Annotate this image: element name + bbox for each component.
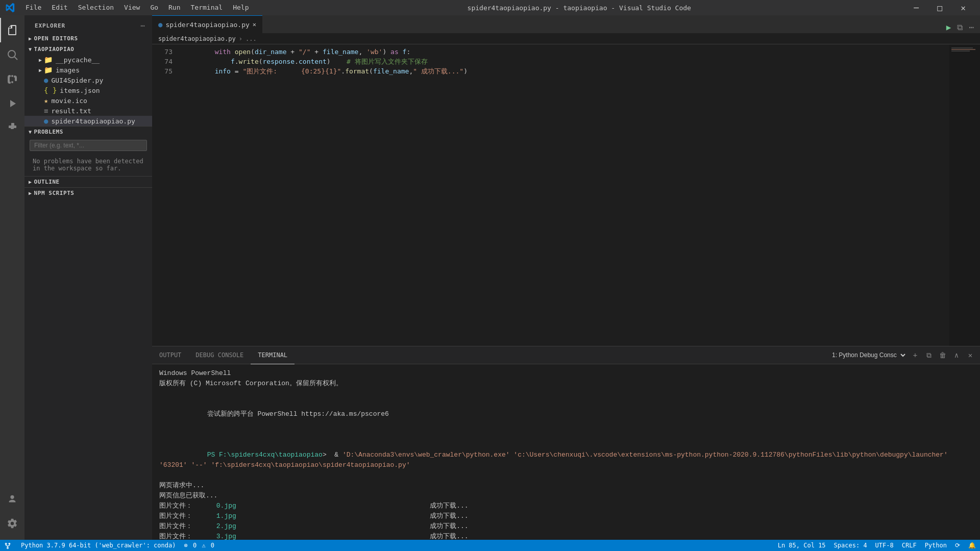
main-layout: EXPLORER ⋯ ▶ OPEN EDITORS ▼ TAOPIAOPIAO … xyxy=(0,15,980,540)
search-activity-icon[interactable] xyxy=(0,42,24,67)
status-errors[interactable]: ⊗ 0 ⚠ 0 xyxy=(180,540,218,551)
settings-activity-icon[interactable] xyxy=(0,511,24,536)
sidebar: EXPLORER ⋯ ▶ OPEN EDITORS ▼ TAOPIAOPIAO … xyxy=(24,15,152,540)
workspace-chevron: ▼ xyxy=(29,46,32,52)
menu-help[interactable]: Help xyxy=(228,0,254,15)
warning-icon: ⚠ xyxy=(202,542,205,549)
terminal-body[interactable]: Windows PowerShell 版权所有 (C) Microsoft Co… xyxy=(152,364,980,540)
split-terminal-button[interactable]: ⧉ xyxy=(923,349,935,361)
menu-terminal[interactable]: Terminal xyxy=(186,0,228,15)
output-tab[interactable]: OUTPUT xyxy=(152,346,188,364)
problems-message: No problems have been detected in the wo… xyxy=(24,154,152,176)
terminal-panel: OUTPUT DEBUG CONSOLE TERMINAL 1: Python … xyxy=(152,346,980,540)
extensions-activity-icon[interactable] xyxy=(0,116,24,140)
menu-run[interactable]: Run xyxy=(163,0,185,15)
status-sync-icon[interactable]: ⟳ xyxy=(951,540,964,551)
activity-bar xyxy=(0,15,24,540)
explorer-title: EXPLORER xyxy=(35,22,65,29)
terminal-line-7: 网页请求中... xyxy=(159,481,973,491)
open-editors-section[interactable]: ▶ OPEN EDITORS xyxy=(24,33,152,44)
images-chevron: ▶ xyxy=(39,67,42,73)
panel-tab-right-actions: 1: Python Debug Consc + ⧉ 🗑 ∧ ✕ xyxy=(828,349,980,361)
problems-section: ▼ PROBLEMS No problems have been detecte… xyxy=(24,126,152,176)
terminal-line-8: 网页信息已获取... xyxy=(159,491,973,501)
menu-go[interactable]: Go xyxy=(145,0,163,15)
active-tab[interactable]: ● spider4taopiaopiao.py ✕ xyxy=(152,15,262,33)
tab-close-button[interactable]: ✕ xyxy=(253,21,256,28)
split-editor-button[interactable]: ⧉ xyxy=(955,21,965,33)
file-result-txt[interactable]: ▶ ≡ result.txt xyxy=(24,106,152,116)
file-gui4spider[interactable]: ▶ ● GUI4Spider.py xyxy=(24,75,152,85)
tab-filename: spider4taopiaopiao.py xyxy=(165,21,249,29)
problems-section-title[interactable]: ▼ PROBLEMS xyxy=(24,127,152,137)
folder-icon: 📁 xyxy=(44,56,53,64)
open-editors-label: OPEN EDITORS xyxy=(34,35,78,42)
source-control-activity-icon[interactable] xyxy=(0,67,24,91)
maximize-panel-button[interactable]: ∧ xyxy=(951,349,962,361)
workspace-label: TAOPIAOPIAO xyxy=(34,46,75,53)
window-controls: ─ □ ✕ xyxy=(904,0,975,15)
outline-section-title[interactable]: ▶ OUTLINE xyxy=(24,177,152,187)
breadcrumb-file[interactable]: spider4taopiaopiao.py xyxy=(158,35,236,42)
close-panel-button[interactable]: ✕ xyxy=(965,349,976,361)
images-label: images xyxy=(56,66,80,74)
workspace-section[interactable]: ▼ TAOPIAOPIAO xyxy=(24,44,152,55)
file-spider4taopiaopiao[interactable]: ▶ ● spider4taopiaopiao.py xyxy=(24,116,152,126)
file-pycache[interactable]: ▶ 📁 __pycache__ xyxy=(24,55,152,65)
npm-section: ▶ NPM SCRIPTS xyxy=(24,187,152,198)
problems-label: PROBLEMS xyxy=(34,129,63,135)
menu-bar: File Edit Selection View Go Run Terminal… xyxy=(20,0,254,15)
debug-console-tab[interactable]: DEBUG CONSOLE xyxy=(188,346,251,364)
minimize-button[interactable]: ─ xyxy=(904,0,928,15)
menu-file[interactable]: File xyxy=(20,0,46,15)
explorer-activity-icon[interactable] xyxy=(0,18,24,42)
status-python-env[interactable]: Python 3.7.9 64-bit ('web_crawler': cond… xyxy=(17,540,180,551)
status-spaces[interactable]: Spaces: 4 xyxy=(830,540,871,551)
breadcrumb-rest[interactable]: ... xyxy=(246,35,257,42)
warning-count: 0 xyxy=(211,542,214,549)
status-ln-col[interactable]: Ln 85, Col 15 xyxy=(774,540,830,551)
error-count: 0 xyxy=(193,542,197,549)
menu-selection[interactable]: Selection xyxy=(73,0,119,15)
code-editor[interactable]: 73 74 75 with open(dir_name + "/" + file… xyxy=(152,44,980,346)
terminal-tab[interactable]: TERMINAL xyxy=(251,346,295,364)
delete-terminal-button[interactable]: 🗑 xyxy=(937,349,948,361)
run-file-button[interactable]: ▶ xyxy=(944,21,953,33)
file-images[interactable]: ▶ 📁 images xyxy=(24,65,152,75)
account-activity-icon[interactable] xyxy=(0,487,24,511)
gui4spider-icon: ● xyxy=(44,76,48,84)
line-numbers: 73 74 75 xyxy=(152,44,178,346)
editor-top-right-actions: ▶ ⧉ ⋯ xyxy=(940,21,980,33)
terminal-selector[interactable]: 1: Python Debug Consc xyxy=(828,350,907,360)
status-language[interactable]: Python xyxy=(921,540,951,551)
terminal-file-line: 图片文件： 0.jpg 成功下载... xyxy=(159,501,973,511)
menu-view[interactable]: View xyxy=(119,0,145,15)
tab-python-icon: ● xyxy=(158,20,162,29)
more-actions-button[interactable]: ⋯ xyxy=(967,21,976,33)
breadcrumb: spider4taopiaopiao.py › ... xyxy=(152,33,980,44)
result-txt-icon: ≡ xyxy=(44,107,48,115)
movie-label: movie.ico xyxy=(51,97,87,105)
terminal-line-5 xyxy=(159,430,973,440)
svg-line-1 xyxy=(15,57,18,60)
status-branch[interactable] xyxy=(0,540,17,551)
file-items-json[interactable]: ▶ { } items.json xyxy=(24,85,152,95)
code-content[interactable]: with open(dir_name + "/" + file_name, 'w… xyxy=(178,44,949,346)
npm-section-title[interactable]: ▶ NPM SCRIPTS xyxy=(24,188,152,198)
movie-ico-icon: ★ xyxy=(44,96,48,105)
run-activity-icon[interactable] xyxy=(0,91,24,116)
status-encoding[interactable]: UTF-8 xyxy=(871,540,898,551)
terminal-line-3 xyxy=(159,389,973,399)
status-line-ending[interactable]: CRLF xyxy=(898,540,921,551)
error-icon: ⊗ xyxy=(184,542,187,549)
close-button[interactable]: ✕ xyxy=(951,0,975,15)
terminal-line-2: 版权所有 (C) Microsoft Corporation。保留所有权利。 xyxy=(159,379,973,389)
menu-edit[interactable]: Edit xyxy=(46,0,72,15)
status-bell-icon[interactable]: 🔔 xyxy=(964,540,980,551)
new-file-icon[interactable]: ⋯ xyxy=(140,20,146,31)
maximize-button[interactable]: □ xyxy=(928,0,951,15)
images-folder-icon: 📁 xyxy=(44,66,53,74)
file-movie-ico[interactable]: ▶ ★ movie.ico xyxy=(24,95,152,106)
problems-filter-input[interactable] xyxy=(30,140,147,151)
add-terminal-button[interactable]: + xyxy=(910,349,921,361)
